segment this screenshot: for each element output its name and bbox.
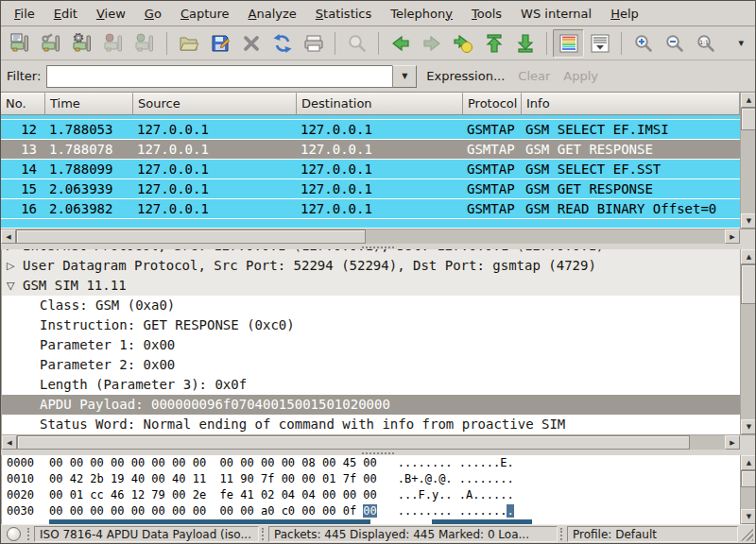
packet-details-pane: ▷Internet Protocol, Src: 127.0.0.1 (127.… xyxy=(1,249,755,450)
detail-row-8[interactable]: APDU Payload: 000000096f0704001500150102… xyxy=(2,395,740,415)
capture-start-button[interactable] xyxy=(67,29,98,58)
details-hscrollbar[interactable]: ◀ ▶ xyxy=(2,434,740,450)
bytes-vscrollbar[interactable]: ▲ ▼ xyxy=(740,455,756,524)
vscroll-thumb[interactable] xyxy=(741,108,756,130)
packet-list-vscrollbar[interactable]: ▲ ▼ xyxy=(740,93,756,229)
packet-cell-src: 127.0.0.1 xyxy=(133,120,297,139)
packet-list-header: No.TimeSourceDestinationProtocolInfo xyxy=(1,93,740,115)
packet-cell-time: 2.063982 xyxy=(45,199,133,218)
save-file-icon xyxy=(210,33,231,54)
vscroll-thumb[interactable] xyxy=(741,264,756,304)
detail-row-3[interactable]: Class: GSM (0xa0) xyxy=(2,296,740,315)
detail-row-6[interactable]: Parameter 2: 0x00 xyxy=(2,355,740,375)
scroll-up-icon[interactable]: ▲ xyxy=(741,249,756,264)
menu-item-help[interactable]: Help xyxy=(601,4,648,24)
menu-item-telephony[interactable]: Telephony xyxy=(381,4,462,24)
packet-row-16[interactable]: 162.063982127.0.0.1127.0.0.1GSMTAPGSM RE… xyxy=(1,199,740,219)
detail-row-2[interactable]: ▽GSM SIM 11.11 xyxy=(2,276,740,296)
list-interfaces-button[interactable] xyxy=(5,29,36,58)
go-to-packet-button[interactable] xyxy=(447,29,478,58)
hex-row-0020[interactable]: 002000 01 cc 46 12 79 00 2e fe 41 02 04 … xyxy=(2,487,740,503)
scroll-down-icon[interactable]: ▼ xyxy=(741,213,756,229)
scroll-up-icon[interactable]: ▲ xyxy=(741,93,756,108)
go-top-button[interactable] xyxy=(478,29,509,58)
detail-text: Internet Protocol, Src: 127.0.0.1 (127.0… xyxy=(23,249,604,256)
scroll-right-icon[interactable]: ▶ xyxy=(725,230,740,244)
packet-bytes-pane: 000000 00 00 00 00 00 00 00 00 00 00 00 … xyxy=(1,455,755,524)
menu-item-view[interactable]: View xyxy=(87,4,135,24)
open-file-button[interactable] xyxy=(173,29,204,58)
scroll-left-icon[interactable]: ◀ xyxy=(1,230,16,244)
hex-row-0010[interactable]: 001000 42 2b 19 40 00 40 11 11 90 7f 00 … xyxy=(2,471,740,487)
menu-item-capture[interactable]: Capture xyxy=(171,4,239,24)
menu-bar: FileEditViewGoCaptureAnalyzeStatisticsTe… xyxy=(1,1,755,26)
detail-row-5[interactable]: Parameter 1: 0x00 xyxy=(2,335,740,355)
hscroll-thumb[interactable] xyxy=(17,435,690,450)
auto-scroll-button[interactable] xyxy=(584,29,615,58)
find-packet-button xyxy=(341,29,372,58)
detail-row-0[interactable]: ▷Internet Protocol, Src: 127.0.0.1 (127.… xyxy=(2,249,740,256)
expander-closed-icon[interactable]: ▷ xyxy=(7,249,20,256)
expander-open-icon[interactable]: ▽ xyxy=(7,276,20,296)
print-button[interactable] xyxy=(298,29,329,58)
zoom-out-button[interactable] xyxy=(659,29,690,58)
packet-row-12[interactable]: 121.788053127.0.0.1127.0.0.1GSMTAPGSM SE… xyxy=(1,120,740,140)
filter-combo: ▼ xyxy=(46,65,417,88)
column-header-no[interactable]: No. xyxy=(1,93,45,115)
toolbar-overflow-button[interactable]: ▾ xyxy=(730,37,751,49)
capture-stop-button xyxy=(98,29,129,58)
close-file-button[interactable] xyxy=(235,29,266,58)
auto-scroll-icon xyxy=(590,33,610,54)
save-file-button[interactable] xyxy=(204,29,235,58)
column-header-protocol[interactable]: Protocol xyxy=(463,93,522,115)
print-icon xyxy=(303,33,324,54)
expert-info-icon[interactable] xyxy=(7,527,21,541)
column-header-destination[interactable]: Destination xyxy=(297,93,463,115)
packet-row-partial[interactable] xyxy=(1,219,740,229)
column-header-info[interactable]: Info xyxy=(522,93,740,115)
scroll-up-icon[interactable]: ▲ xyxy=(741,455,756,470)
packet-cell-no: 13 xyxy=(1,140,45,159)
zoom-100-button[interactable]: 1:1 xyxy=(690,29,721,58)
details-vscrollbar[interactable]: ▲ ▼ xyxy=(740,249,756,434)
expression-button[interactable]: Expression... xyxy=(426,69,505,83)
detail-row-9[interactable]: Status Word: Normal ending of command wi… xyxy=(2,415,740,434)
packet-row-13[interactable]: 131.788078127.0.0.1127.0.0.1GSMTAPGSM GE… xyxy=(1,140,740,160)
go-bottom-button[interactable] xyxy=(509,29,541,58)
menu-item-ws-internal[interactable]: WS internal xyxy=(511,4,601,24)
capture-options-button[interactable] xyxy=(36,29,67,58)
menu-item-analyze[interactable]: Analyze xyxy=(239,4,306,24)
packet-row-14[interactable]: 141.788099127.0.0.1127.0.0.1GSMTAPGSM SE… xyxy=(1,160,740,179)
filter-label: Filter: xyxy=(7,69,41,83)
resize-grip[interactable] xyxy=(740,528,753,541)
detail-row-7[interactable]: Length (Parameter 3): 0x0f xyxy=(2,375,740,395)
menu-item-edit[interactable]: Edit xyxy=(44,4,87,24)
scroll-right-icon[interactable]: ▶ xyxy=(725,435,740,450)
menu-item-file[interactable]: File xyxy=(5,4,44,24)
expander-closed-icon[interactable]: ▷ xyxy=(7,256,20,276)
menu-item-statistics[interactable]: Statistics xyxy=(306,4,381,24)
packet-row-15[interactable]: 152.063939127.0.0.1127.0.0.1GSMTAPGSM GE… xyxy=(1,179,740,199)
menu-item-go[interactable]: Go xyxy=(135,4,171,24)
packet-list-hscrollbar[interactable]: ◀ ▶ xyxy=(1,229,740,244)
packet-cell-no: 16 xyxy=(1,199,45,218)
menu-item-tools[interactable]: Tools xyxy=(462,4,511,24)
column-header-time[interactable]: Time xyxy=(45,93,133,115)
reload-button[interactable] xyxy=(266,29,298,58)
scroll-down-icon[interactable]: ▼ xyxy=(741,419,756,434)
scroll-down-icon[interactable]: ▼ xyxy=(741,509,756,524)
hex-row-partial[interactable] xyxy=(2,519,740,524)
filter-dropdown-button[interactable]: ▼ xyxy=(392,65,417,88)
go-back-button[interactable] xyxy=(385,29,416,58)
hex-row-0000[interactable]: 000000 00 00 00 00 00 00 00 00 00 00 00 … xyxy=(2,455,740,471)
detail-row-1[interactable]: ▷User Datagram Protocol, Src Port: 52294… xyxy=(2,256,740,276)
hex-row-0030[interactable]: 003000 00 00 00 00 00 00 00 00 00 a0 c0 … xyxy=(2,503,740,519)
hscroll-thumb[interactable] xyxy=(16,230,366,244)
colorize-button[interactable] xyxy=(553,29,584,58)
scroll-left-icon[interactable]: ◀ xyxy=(2,435,17,450)
vscroll-thumb[interactable] xyxy=(741,470,756,487)
zoom-in-button[interactable] xyxy=(627,29,659,58)
filter-input[interactable] xyxy=(46,65,392,88)
detail-row-4[interactable]: Instruction: GET RESPONSE (0xc0) xyxy=(2,315,740,335)
column-header-source[interactable]: Source xyxy=(133,93,297,115)
